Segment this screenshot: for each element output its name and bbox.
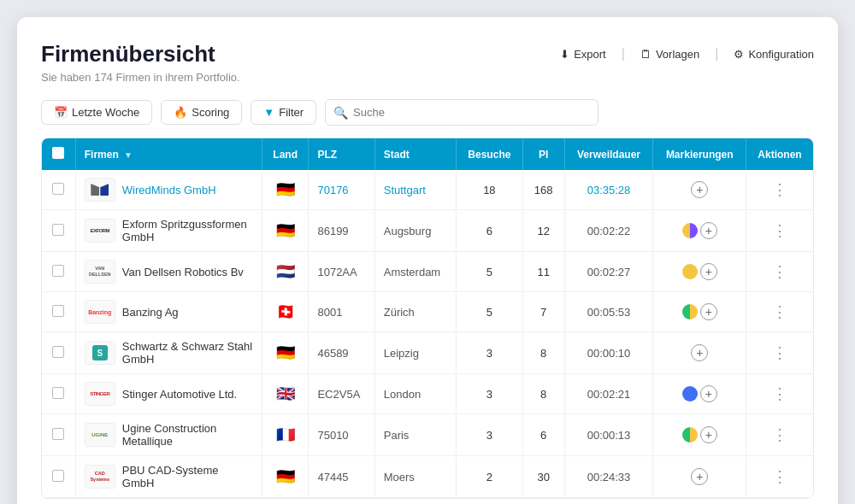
vorlagen-button[interactable]: 🗒 Vorlagen [640, 48, 699, 61]
col-header-markierungen: Markierungen [653, 138, 746, 170]
scoring-button[interactable]: 🔥 Scoring [161, 100, 242, 125]
row-checkbox[interactable] [52, 428, 64, 440]
more-actions-button[interactable]: ⋮ [770, 221, 790, 240]
download-icon: ⬇ [560, 48, 569, 61]
search-wrap: 🔍 [325, 99, 598, 126]
company-logo: EXFORM [85, 219, 115, 243]
dwell-value: 00:00:13 [587, 429, 631, 442]
more-actions-button[interactable]: ⋮ [770, 262, 790, 281]
add-mark-button[interactable]: + [691, 468, 708, 485]
row-checkbox[interactable] [52, 470, 64, 482]
konfiguration-button[interactable]: ⚙ Konfiguration [734, 48, 814, 61]
country-flag: 🇫🇷 [276, 426, 295, 443]
company-cell: VANDELLSEN Van Dellsen Robotics Bv [75, 252, 262, 292]
company-logo: VANDELLSEN [85, 260, 115, 284]
company-name: Exform Spritzgussformen GmbH [122, 218, 253, 243]
plz-cell: 70176 [309, 170, 374, 210]
header: Firmenübersicht Sie haben 174 Firmen in … [41, 41, 814, 84]
country-flag: 🇩🇪 [276, 468, 295, 485]
filter-button[interactable]: ▼ Filter [251, 100, 316, 125]
company-name: Ugine Construction Metallique [122, 422, 253, 448]
plz-value: 8001 [317, 306, 342, 319]
add-mark-button[interactable]: + [700, 303, 717, 320]
company-logo: S [85, 341, 115, 365]
more-actions-button[interactable]: ⋮ [770, 467, 790, 486]
visits-cell: 5 [457, 292, 522, 332]
more-actions-button[interactable]: ⋮ [770, 343, 790, 362]
col-header-stadt: Stadt [374, 138, 456, 170]
pi-cell: 168 [522, 170, 564, 210]
dwell-cell: 00:05:53 [564, 292, 653, 332]
city-value: Augsburg [384, 225, 432, 237]
pi-cell: 6 [522, 414, 564, 456]
table-row: S Schwartz & Schwarz Stahl GmbH 🇩🇪 46589… [42, 332, 813, 374]
add-mark-button[interactable]: + [700, 426, 717, 443]
date-filter-button[interactable]: 📅 Letzte Woche [41, 100, 152, 125]
visits-value: 18 [483, 184, 495, 196]
table-row: UGINE Ugine Construction Metallique 🇫🇷 7… [42, 414, 813, 456]
row-checkbox[interactable] [52, 224, 64, 236]
more-actions-button[interactable]: ⋮ [770, 384, 790, 403]
more-actions-button[interactable]: ⋮ [770, 425, 790, 444]
visits-cell: 18 [457, 170, 522, 210]
col-header-checkbox [42, 138, 75, 170]
row-checkbox-cell [42, 456, 75, 498]
company-name[interactable]: WiredMinds GmbH [122, 184, 216, 196]
header-checkbox[interactable] [52, 147, 64, 159]
dwell-cell: 00:02:27 [564, 252, 653, 292]
city-value: Leipzig [384, 347, 419, 360]
plz-cell: 46589 [309, 332, 374, 374]
marks-cell: + [653, 374, 746, 414]
pi-value: 11 [537, 266, 549, 278]
add-mark-button[interactable]: + [691, 181, 708, 198]
plz-value: 86199 [317, 225, 348, 237]
col-header-land: Land [262, 138, 309, 170]
row-checkbox[interactable] [52, 305, 64, 317]
col-header-plz: PLZ [309, 138, 374, 170]
country-cell: 🇫🇷 [262, 414, 309, 456]
main-card: Firmenübersicht Sie haben 174 Firmen in … [17, 17, 838, 504]
table-row: Banzing Banzing Ag 🇨🇭 8001 Zürich 5 7 00… [42, 292, 813, 332]
mark-dot [682, 427, 698, 442]
search-input[interactable] [325, 99, 598, 126]
marks-cell: + [653, 252, 746, 292]
country-flag: 🇬🇧 [276, 385, 295, 402]
visits-value: 6 [486, 225, 492, 237]
company-logo: CADSystems [85, 465, 115, 489]
col-header-pi: PI [522, 138, 564, 170]
company-name: Banzing Ag [122, 306, 179, 319]
dwell-cell: 03:35:28 [564, 170, 653, 210]
city-cell: Zürich [374, 292, 456, 332]
mark-dot [682, 386, 698, 401]
marks-cell: + [653, 292, 746, 332]
city-cell: Amsterdam [374, 252, 456, 292]
add-mark-button[interactable]: + [700, 385, 717, 402]
row-checkbox-cell [42, 292, 75, 332]
pi-value: 30 [537, 471, 549, 483]
export-button[interactable]: ⬇ Export [560, 48, 606, 61]
company-logo [85, 178, 115, 202]
title-section: Firmenübersicht Sie haben 174 Firmen in … [41, 41, 240, 84]
more-actions-button[interactable]: ⋮ [770, 180, 790, 199]
pi-cell: 8 [522, 374, 564, 414]
country-cell: 🇩🇪 [262, 170, 309, 210]
city-value: London [384, 388, 421, 401]
pi-value: 8 [540, 347, 546, 360]
plz-cell: 1072AA [309, 252, 374, 292]
more-actions-button[interactable]: ⋮ [770, 302, 790, 321]
row-checkbox-cell [42, 252, 75, 292]
row-checkbox[interactable] [52, 265, 64, 277]
add-mark-button[interactable]: + [691, 344, 708, 361]
country-cell: 🇩🇪 [262, 210, 309, 252]
actions-cell: ⋮ [746, 374, 813, 414]
row-checkbox[interactable] [52, 387, 64, 399]
plz-value: 47445 [317, 471, 348, 483]
add-mark-button[interactable]: + [700, 263, 717, 280]
country-flag: 🇨🇭 [276, 303, 295, 320]
search-icon: 🔍 [333, 106, 348, 120]
visits-cell: 6 [457, 210, 522, 252]
row-checkbox[interactable] [52, 183, 64, 195]
add-mark-button[interactable]: + [700, 222, 717, 239]
row-checkbox[interactable] [52, 346, 64, 358]
country-flag: 🇩🇪 [276, 344, 295, 361]
